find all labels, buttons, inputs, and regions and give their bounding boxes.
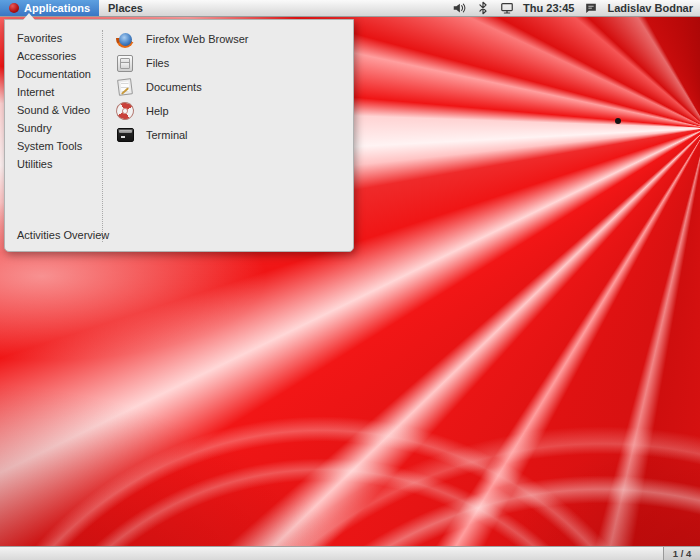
app-list: Firefox Web Browser Files Documents Help… xyxy=(103,20,353,251)
user-menu[interactable]: Ladislav Bodnar xyxy=(607,2,693,14)
app-label: Help xyxy=(146,105,169,117)
category-favorites[interactable]: Favorites xyxy=(17,29,102,47)
activities-overview-button[interactable]: Activities Overview xyxy=(17,229,109,241)
top-bar-spacer xyxy=(152,0,451,16)
category-internet[interactable]: Internet xyxy=(17,83,102,101)
category-sundry[interactable]: Sundry xyxy=(17,119,102,137)
files-icon xyxy=(117,55,133,72)
app-label: Terminal xyxy=(146,129,188,141)
top-bar: Applications Places Thu 23:45 Ladislav B… xyxy=(0,0,700,17)
workspace-indicator[interactable]: 1 / 4 xyxy=(663,547,700,560)
app-item-terminal[interactable]: Terminal xyxy=(116,123,353,147)
category-accessories[interactable]: Accessories xyxy=(17,47,102,65)
places-menu-button[interactable]: Places xyxy=(99,0,152,16)
applications-menu-label: Applications xyxy=(24,2,90,14)
app-label: Documents xyxy=(146,81,202,93)
documents-icon xyxy=(117,78,133,96)
display-icon[interactable] xyxy=(499,1,514,16)
chat-icon[interactable] xyxy=(583,1,598,16)
app-item-files[interactable]: Files xyxy=(116,51,353,75)
bluetooth-icon[interactable] xyxy=(475,1,490,16)
category-sound-video[interactable]: Sound & Video xyxy=(17,101,102,119)
category-column: Favorites Accessories Documentation Inte… xyxy=(5,20,102,251)
help-icon xyxy=(114,100,136,122)
category-utilities[interactable]: Utilities xyxy=(17,155,102,173)
terminal-icon xyxy=(117,128,134,142)
top-bar-status-area: Thu 23:45 Ladislav Bodnar xyxy=(451,0,700,16)
app-item-firefox[interactable]: Firefox Web Browser xyxy=(116,27,353,51)
app-item-documents[interactable]: Documents xyxy=(116,75,353,99)
app-label: Files xyxy=(146,57,169,69)
firefox-icon xyxy=(116,30,134,48)
mouse-cursor xyxy=(615,118,621,124)
places-menu-label: Places xyxy=(108,2,143,14)
app-item-help[interactable]: Help xyxy=(116,99,353,123)
bottom-bar: 1 / 4 xyxy=(0,546,700,560)
app-label: Firefox Web Browser xyxy=(146,33,249,45)
clock[interactable]: Thu 23:45 xyxy=(523,2,574,14)
volume-icon[interactable] xyxy=(451,1,466,16)
applications-menu-panel: Favorites Accessories Documentation Inte… xyxy=(4,19,354,252)
applications-menu-button[interactable]: Applications xyxy=(0,0,99,16)
category-system-tools[interactable]: System Tools xyxy=(17,137,102,155)
category-documentation[interactable]: Documentation xyxy=(17,65,102,83)
redhat-logo-icon xyxy=(9,3,19,13)
